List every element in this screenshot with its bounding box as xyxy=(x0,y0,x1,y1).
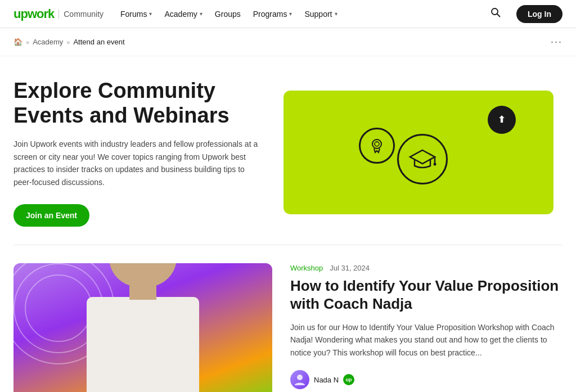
chevron-down-icon: ▾ xyxy=(149,11,152,17)
upwork-badge-icon: ⬆ xyxy=(488,106,516,134)
nav-programs[interactable]: Programs ▾ xyxy=(248,6,298,22)
chevron-down-icon: ▾ xyxy=(289,11,292,17)
community-label: Community xyxy=(58,10,104,19)
svg-marker-5 xyxy=(410,150,435,164)
hero-section: Explore Community Events and Webinars Jo… xyxy=(0,56,576,245)
logo-container[interactable]: upwork Community xyxy=(14,7,104,21)
nav-forums[interactable]: Forums ▾ xyxy=(115,6,158,22)
svg-point-2 xyxy=(372,139,381,148)
svg-point-7 xyxy=(433,163,436,166)
author-name: Nada N xyxy=(314,376,339,384)
hero-image: ⬆ xyxy=(284,91,554,214)
hero-description: Join Upwork events with industry leaders… xyxy=(14,138,261,188)
event-card-content: Workshop Jul 31, 2024 How to Identify Yo… xyxy=(290,263,562,389)
author-badge: up xyxy=(343,374,354,385)
breadcrumb-sep-2: » xyxy=(66,39,70,46)
nav-links: Forums ▾ Academy ▾ Groups Programs ▾ Sup… xyxy=(115,6,343,22)
upwork-logo: upwork xyxy=(14,7,54,21)
event-title[interactable]: How to Identify Your Value Proposition w… xyxy=(290,277,562,313)
nav-academy[interactable]: Academy ▾ xyxy=(159,6,208,22)
hero-title: Explore Community Events and Webinars xyxy=(14,79,261,128)
svg-point-8 xyxy=(297,375,303,380)
certificate-icon xyxy=(359,128,395,164)
chevron-down-icon: ▾ xyxy=(335,11,338,17)
author-avatar xyxy=(290,370,309,389)
svg-line-1 xyxy=(497,14,500,17)
search-button[interactable] xyxy=(486,3,505,25)
event-author: Nada N up xyxy=(290,370,562,389)
nav-support[interactable]: Support ▾ xyxy=(299,6,343,22)
author-avatar-icon xyxy=(294,373,305,386)
event-date: Jul 31, 2024 xyxy=(330,264,370,272)
join-event-button[interactable]: Join an Event xyxy=(14,204,89,227)
breadcrumb-academy-link[interactable]: Academy xyxy=(33,38,63,46)
event-card-image[interactable] xyxy=(14,263,272,392)
chevron-down-icon: ▾ xyxy=(200,11,202,17)
person-body xyxy=(87,297,199,392)
main-nav: upwork Community Forums ▾ Academy ▾ Grou… xyxy=(0,0,576,28)
event-meta: Workshop Jul 31, 2024 xyxy=(290,263,562,272)
login-button[interactable]: Log In xyxy=(516,5,562,23)
breadcrumb: 🏠 » Academy » Attend an event ··· xyxy=(0,28,576,56)
graduation-cap-icon xyxy=(397,134,448,184)
more-options-button[interactable]: ··· xyxy=(551,36,562,48)
speaker-photo xyxy=(14,263,272,392)
event-section: Workshop Jul 31, 2024 How to Identify Yo… xyxy=(0,245,576,392)
home-icon[interactable]: 🏠 xyxy=(14,38,22,46)
event-tag: Workshop xyxy=(290,264,323,272)
breadcrumb-current: Attend an event xyxy=(73,38,124,46)
nav-groups[interactable]: Groups xyxy=(209,6,246,22)
search-icon xyxy=(490,7,501,17)
person-face xyxy=(109,263,177,287)
event-description: Join us for our How to Identify Your Val… xyxy=(290,321,562,359)
hero-content: Explore Community Events and Webinars Jo… xyxy=(14,79,261,227)
breadcrumb-sep-1: » xyxy=(26,39,29,46)
